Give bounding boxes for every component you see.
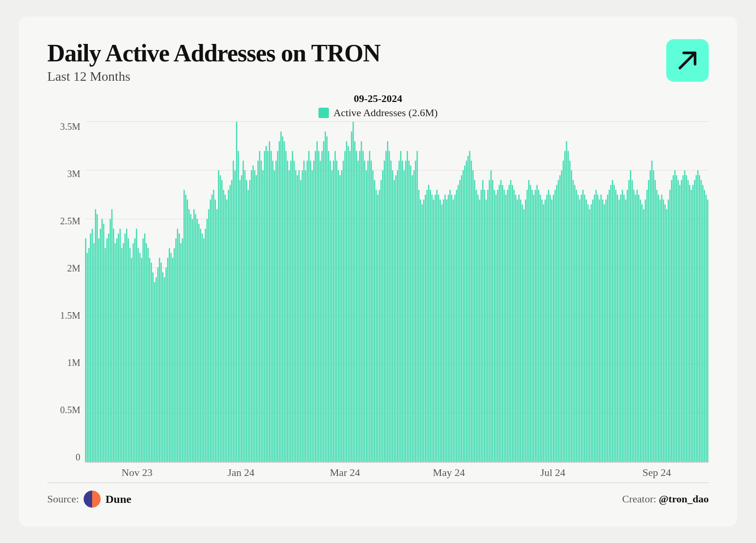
bar xyxy=(645,200,646,462)
bar xyxy=(338,170,339,462)
bar xyxy=(490,170,492,462)
bar xyxy=(161,263,162,462)
bar xyxy=(571,170,572,462)
bar xyxy=(218,170,219,462)
bar xyxy=(200,229,201,462)
bar xyxy=(310,161,311,462)
bar xyxy=(154,282,155,462)
bar xyxy=(405,161,406,462)
bar xyxy=(412,175,413,462)
bar xyxy=(573,180,574,462)
bar xyxy=(315,151,316,462)
bar xyxy=(220,175,221,462)
bar xyxy=(402,161,403,462)
bar xyxy=(137,248,139,462)
bar xyxy=(597,195,599,462)
bar xyxy=(167,258,169,462)
bar xyxy=(525,200,526,462)
bar xyxy=(116,238,118,462)
bar xyxy=(446,200,447,462)
x-axis-label: Jan 24 xyxy=(189,467,293,479)
bar xyxy=(563,161,564,462)
chart-inner: 00.5M1M1.5M2M2.5M3M3.5M Nov 23Jan 24Mar … xyxy=(47,122,709,479)
bar xyxy=(497,190,498,462)
bar xyxy=(115,243,116,462)
bar xyxy=(617,195,618,462)
bar xyxy=(361,141,362,462)
bar xyxy=(556,185,558,462)
bar xyxy=(351,132,352,462)
bar xyxy=(461,175,462,462)
bar xyxy=(691,190,692,462)
bar xyxy=(656,190,658,462)
bar xyxy=(112,209,113,462)
bar xyxy=(648,180,649,462)
bar xyxy=(147,248,149,462)
bar xyxy=(149,258,150,462)
chart-main-title: Daily Active Addresses on TRON xyxy=(47,39,380,67)
bar xyxy=(100,229,101,462)
bar xyxy=(705,195,707,462)
bar xyxy=(157,268,159,462)
bar xyxy=(673,175,674,462)
bar xyxy=(206,219,208,462)
bar xyxy=(484,190,485,462)
bar xyxy=(523,209,524,462)
bar xyxy=(585,200,587,462)
bar xyxy=(284,141,285,462)
bar xyxy=(308,151,309,462)
bar xyxy=(686,175,687,462)
bar xyxy=(234,170,236,462)
bar xyxy=(254,170,256,462)
bar xyxy=(679,185,680,462)
bar xyxy=(601,195,602,462)
bar xyxy=(299,170,300,462)
bar xyxy=(174,248,175,462)
bar xyxy=(455,195,456,462)
bar xyxy=(292,151,293,462)
bar xyxy=(520,200,522,462)
bar xyxy=(359,151,361,462)
bar xyxy=(408,161,410,462)
bar xyxy=(323,141,325,462)
y-axis-label: 3.5M xyxy=(47,122,85,131)
bar xyxy=(364,161,366,462)
y-axis-label: 0 xyxy=(47,452,85,462)
bar xyxy=(264,151,266,462)
bar xyxy=(464,166,465,462)
bar xyxy=(448,195,449,462)
tooltip-date: 09-25-2024 xyxy=(47,93,709,105)
bar xyxy=(492,180,493,462)
bar xyxy=(179,234,180,462)
bar xyxy=(205,229,206,462)
bar xyxy=(658,195,659,462)
bar xyxy=(302,170,303,462)
bar xyxy=(165,268,167,462)
bar xyxy=(105,248,106,462)
bar xyxy=(187,200,188,462)
bar xyxy=(143,238,144,462)
bar xyxy=(456,190,457,462)
bar xyxy=(279,141,280,462)
bar xyxy=(540,195,541,462)
bar xyxy=(535,190,536,462)
x-axis-label: Sep 24 xyxy=(605,467,709,479)
bar xyxy=(190,214,191,462)
bar xyxy=(612,180,613,462)
bar xyxy=(505,195,507,462)
bar xyxy=(421,204,423,462)
bar xyxy=(102,219,103,462)
bar xyxy=(303,161,305,462)
bar xyxy=(479,200,481,462)
bar xyxy=(514,190,515,462)
bar xyxy=(463,170,464,462)
y-axis: 00.5M1M1.5M2M2.5M3M3.5M xyxy=(47,122,85,479)
bar xyxy=(428,185,430,462)
bar xyxy=(106,238,108,462)
x-axis-label: Nov 23 xyxy=(85,467,189,479)
bar xyxy=(392,170,394,462)
bar xyxy=(630,170,631,462)
y-axis-label: 1M xyxy=(47,358,85,367)
bar xyxy=(417,151,418,462)
bar xyxy=(162,272,163,462)
